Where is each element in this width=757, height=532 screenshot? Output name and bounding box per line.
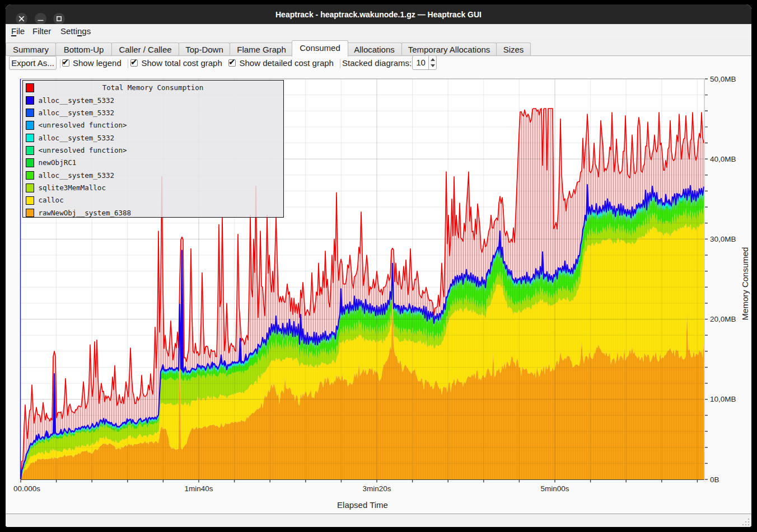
x-tick-label: 5min00s bbox=[540, 484, 569, 493]
chart-legend: Total Memory Consumptionalloc__system_53… bbox=[22, 80, 284, 218]
toolbar-separator bbox=[340, 59, 340, 68]
menu-file[interactable]: File bbox=[11, 24, 25, 38]
legend-label: alloc__system_5332 bbox=[39, 132, 114, 144]
legend-row: alloc__system_5332 bbox=[23, 95, 283, 107]
x-axis-title: Elapsed Time bbox=[21, 500, 704, 510]
y-tick-label: 20,0MB bbox=[710, 315, 736, 323]
legend-label: alloc__system_5332 bbox=[39, 170, 114, 182]
y-tick-label: 50,0MB bbox=[710, 75, 736, 83]
legend-label: <unresolved function> bbox=[39, 119, 127, 131]
legend-swatch-icon bbox=[26, 121, 34, 129]
tab-bar: SummaryBottom-UpCaller / CalleeTop-DownF… bbox=[6, 38, 751, 57]
checkmark-icon: ✔ bbox=[62, 57, 69, 67]
legend-swatch-icon bbox=[26, 134, 34, 142]
checkbox-label: Show detailed cost graph bbox=[240, 57, 334, 70]
stacked-diagrams-spinbox[interactable]: 10 bbox=[412, 55, 437, 70]
legend-label: <unresolved function> bbox=[39, 144, 127, 157]
title-bar: Heaptrack - heaptrack.wakunode.1.gz — He… bbox=[6, 4, 751, 24]
checkbox-icon: ✔ bbox=[130, 59, 138, 67]
legend-row-total: Total Memory Consumption bbox=[23, 82, 283, 94]
legend-swatch-icon bbox=[26, 96, 34, 105]
menu-bar: FileFilterSettings bbox=[6, 24, 751, 38]
legend-row: alloc__system_5332 bbox=[23, 107, 283, 119]
y-tick-label: 10,0MB bbox=[710, 395, 736, 403]
tab-temporary-allocations[interactable]: Temporary Allocations bbox=[401, 43, 497, 56]
legend-row: rawNewObj__system_6388 bbox=[23, 207, 283, 219]
spin-up-icon[interactable] bbox=[431, 58, 435, 61]
toolbar: Export As... Stacked diagrams: 10 ✔Show … bbox=[6, 57, 751, 73]
legend-title: Total Memory Consumption bbox=[23, 82, 283, 94]
tab-allocations[interactable]: Allocations bbox=[347, 43, 402, 56]
spinbox-value: 10 bbox=[413, 56, 429, 69]
status-bar bbox=[6, 514, 751, 528]
legend-swatch-icon bbox=[26, 109, 34, 117]
legend-row: <unresolved function> bbox=[23, 144, 283, 157]
checkbox-label: Show total cost graph bbox=[142, 57, 222, 70]
legend-row: alloc__system_5332 bbox=[23, 132, 283, 144]
y-axis-title: Memory Consumed bbox=[740, 200, 750, 368]
legend-swatch-icon bbox=[26, 196, 34, 205]
legend-row: calloc bbox=[23, 194, 283, 206]
legend-row: sqlite3MemMalloc bbox=[23, 182, 283, 194]
tab-sizes[interactable]: Sizes bbox=[496, 43, 531, 56]
spin-down-icon[interactable] bbox=[431, 64, 435, 67]
resize-grip[interactable] bbox=[742, 518, 750, 525]
menu-filter[interactable]: Filter bbox=[32, 24, 51, 38]
checkbox-icon: ✔ bbox=[62, 59, 69, 67]
checkmark-icon: ✔ bbox=[228, 57, 236, 67]
x-tick-label: 3min20s bbox=[362, 484, 391, 493]
window-title: Heaptrack - heaptrack.wakunode.1.gz — He… bbox=[6, 4, 751, 24]
legend-swatch-icon bbox=[26, 171, 34, 180]
legend-label: newObjRC1 bbox=[39, 157, 77, 169]
x-tick-label: 1min40s bbox=[184, 484, 213, 493]
legend-swatch-icon bbox=[26, 158, 34, 167]
tab-top-down[interactable]: Top-Down bbox=[179, 43, 230, 56]
tab-bottom-up[interactable]: Bottom-Up bbox=[55, 43, 112, 56]
x-tick-label: 00.000s bbox=[13, 484, 40, 493]
legend-label: alloc__system_5332 bbox=[39, 107, 114, 119]
toolbar-separator bbox=[60, 59, 60, 68]
legend-label: alloc__system_5332 bbox=[39, 95, 114, 107]
tab-summary[interactable]: Summary bbox=[6, 43, 56, 56]
menu-settings[interactable]: Settings bbox=[60, 24, 91, 38]
checkmark-icon: ✔ bbox=[130, 57, 138, 67]
legend-row: <unresolved function> bbox=[23, 119, 283, 131]
legend-swatch-icon bbox=[26, 209, 34, 217]
memory-chart: 00.000s1min40s3min20s5min00s0B10,0MB20,0… bbox=[6, 73, 751, 514]
legend-row: alloc__system_5332 bbox=[23, 170, 283, 182]
export-as-button[interactable]: Export As... bbox=[9, 56, 57, 70]
checkbox-icon: ✔ bbox=[228, 59, 236, 67]
tab-flame-graph[interactable]: Flame Graph bbox=[230, 43, 293, 56]
stacked-diagrams-label: Stacked diagrams: bbox=[342, 57, 412, 70]
y-tick-label: 0B bbox=[710, 475, 719, 484]
legend-swatch-icon bbox=[26, 146, 34, 154]
legend-label: sqlite3MemMalloc bbox=[39, 182, 106, 194]
legend-label: rawNewObj__system_6388 bbox=[39, 207, 132, 219]
legend-label: calloc bbox=[39, 194, 64, 206]
legend-swatch-icon bbox=[26, 183, 34, 192]
checkbox-label: Show legend bbox=[73, 57, 122, 70]
legend-row: newObjRC1 bbox=[23, 157, 283, 169]
toolbar-separator bbox=[128, 59, 128, 68]
y-tick-label: 30,0MB bbox=[710, 235, 736, 243]
app-window: Heaptrack - heaptrack.wakunode.1.gz — He… bbox=[6, 4, 751, 527]
tab-consumed[interactable]: Consumed bbox=[292, 40, 348, 57]
tab-caller-callee[interactable]: Caller / Callee bbox=[111, 43, 179, 56]
y-tick-label: 40,0MB bbox=[710, 155, 736, 163]
